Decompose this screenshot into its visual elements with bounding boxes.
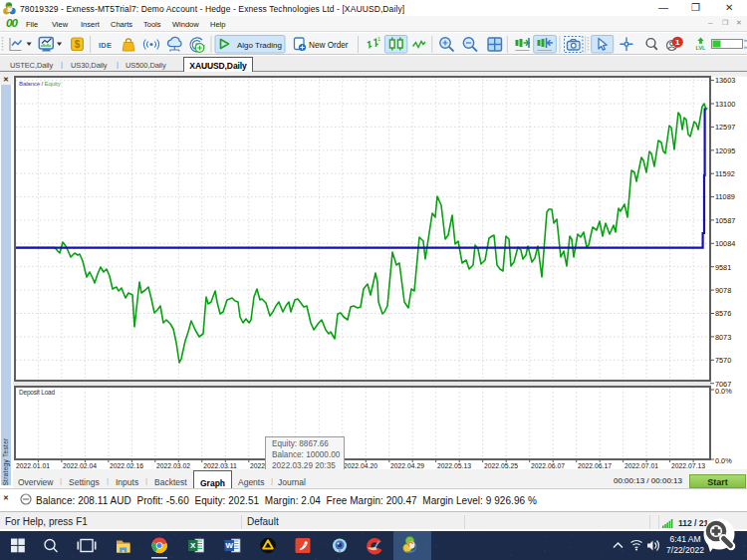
svg-text:Deposit Load: Deposit Load xyxy=(19,389,55,397)
svg-text:13603: 13603 xyxy=(715,76,735,85)
svg-text:IDE: IDE xyxy=(99,41,112,50)
svg-text:2022.06.07: 2022.06.07 xyxy=(531,462,565,469)
svg-text:Algo Trading: Algo Trading xyxy=(237,41,282,50)
svg-text:2022.07.13: 2022.07.13 xyxy=(671,462,705,469)
svg-text:13100: 13100 xyxy=(715,100,735,109)
svg-text:X: X xyxy=(190,541,196,550)
svg-text:2022.04.29: 2022.04.29 xyxy=(390,462,424,469)
svg-text:2022.03.11: 2022.03.11 xyxy=(203,462,237,469)
svg-text:0.0%: 0.0% xyxy=(715,387,732,396)
svg-text:Balance: 10000.00: Balance: 10000.00 xyxy=(272,450,341,459)
svg-text:9078: 9078 xyxy=(715,286,731,295)
svg-text:W: W xyxy=(225,541,233,550)
svg-text:Equity: 8867.66: Equity: 8867.66 xyxy=(272,439,329,448)
svg-text:12597: 12597 xyxy=(715,123,735,132)
svg-text:2022.03.02: 2022.03.02 xyxy=(156,462,190,469)
svg-text:2022.02.04: 2022.02.04 xyxy=(63,462,97,469)
svg-text:Balance / Equity: Balance / Equity xyxy=(19,80,62,87)
svg-text:9581: 9581 xyxy=(715,263,731,272)
svg-text:2022.02.16: 2022.02.16 xyxy=(110,462,143,469)
svg-text:7570: 7570 xyxy=(715,356,731,365)
svg-text:2022.07.01: 2022.07.01 xyxy=(624,462,658,469)
svg-text:2022.05.13: 2022.05.13 xyxy=(437,462,471,469)
svg-text:2022.04.20: 2022.04.20 xyxy=(344,462,377,469)
svg-text:10084: 10084 xyxy=(715,239,735,248)
svg-text:0.0%: 0.0% xyxy=(715,456,732,465)
svg-text:8073: 8073 xyxy=(715,333,731,342)
svg-text:8576: 8576 xyxy=(715,309,731,318)
svg-text:2022.05.25: 2022.05.25 xyxy=(484,462,518,469)
svg-text:10587: 10587 xyxy=(715,216,735,225)
svg-text:12095: 12095 xyxy=(715,146,735,155)
svg-text:2022.06.17: 2022.06.17 xyxy=(578,462,612,469)
svg-text:1: 1 xyxy=(377,36,380,42)
svg-text:2022.01.01: 2022.01.01 xyxy=(16,462,50,469)
svg-text:11592: 11592 xyxy=(715,169,735,178)
svg-text:New Order: New Order xyxy=(309,41,349,50)
svg-text:11089: 11089 xyxy=(715,192,735,201)
svg-text:1: 1 xyxy=(675,38,680,47)
svg-text:$: $ xyxy=(75,39,81,50)
svg-text:LVL: LVL xyxy=(696,45,707,51)
